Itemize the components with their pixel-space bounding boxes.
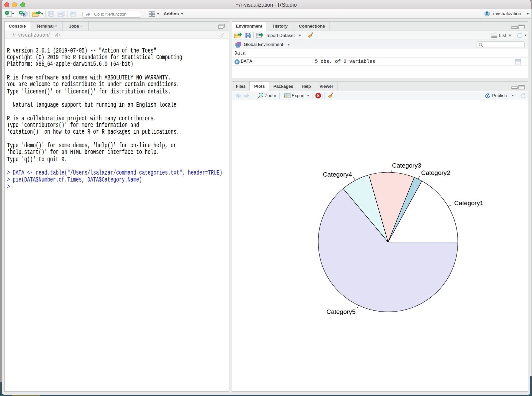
- svg-text:Category5: Category5: [327, 308, 356, 315]
- svg-text:Category2: Category2: [421, 169, 450, 176]
- svg-text:Category4: Category4: [323, 171, 352, 178]
- svg-text:R: R: [23, 12, 26, 16]
- svg-text:Category3: Category3: [392, 162, 421, 169]
- svg-text:R: R: [486, 12, 489, 16]
- svg-text:Category1: Category1: [454, 199, 483, 206]
